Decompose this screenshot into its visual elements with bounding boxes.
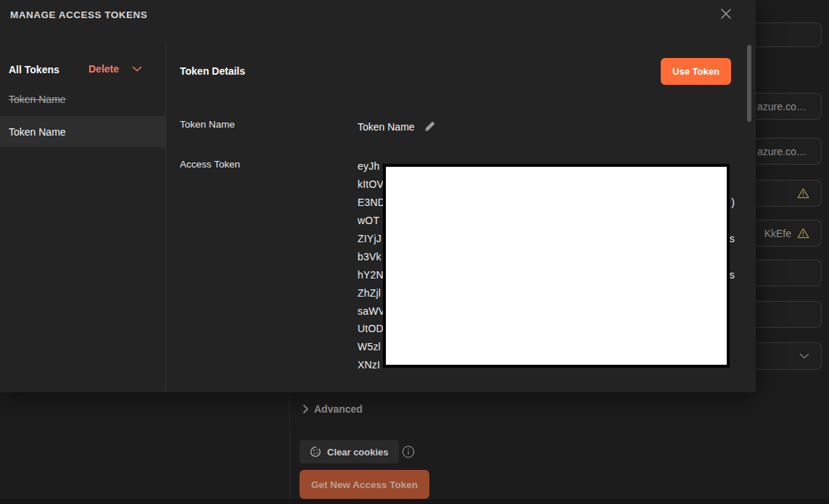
use-token-label: Use Token <box>672 66 719 77</box>
token-details-heading: Token Details <box>180 65 245 77</box>
token-name-value: Token Name <box>358 121 415 133</box>
clear-cookies-label: Clear cookies <box>327 447 389 458</box>
redaction-overlay <box>383 164 730 368</box>
all-tokens-heading: All Tokens <box>9 64 59 75</box>
chevron-right-icon <box>302 404 309 414</box>
edit-pencil-icon[interactable] <box>424 120 436 133</box>
warning-icon <box>797 188 809 199</box>
token-name-label: Token Name <box>180 119 235 130</box>
cookie-icon <box>310 446 321 458</box>
close-button[interactable] <box>717 4 735 23</box>
field-client-secret-value: KkEfe <box>764 228 791 239</box>
field-client-id[interactable] <box>756 180 822 207</box>
advanced-section-toggle[interactable]: Advanced <box>302 403 363 415</box>
use-token-button[interactable]: Use Token <box>661 58 731 85</box>
field-empty-2[interactable] <box>756 260 822 286</box>
get-new-access-token-button[interactable]: Get New Access Token <box>300 470 429 499</box>
field-dropdown[interactable] <box>756 342 822 370</box>
field-auth-url-value: azure.co… <box>757 101 807 112</box>
field-token-url[interactable]: azure.co… <box>756 138 822 165</box>
get-new-access-token-label: Get New Access Token <box>311 479 418 490</box>
clear-cookies-button[interactable]: Clear cookies <box>300 440 399 463</box>
warning-icon <box>797 228 809 239</box>
screen: azure.co… azure.co… KkEfe <box>0 0 829 504</box>
field-empty-1[interactable] <box>756 22 822 47</box>
info-icon[interactable] <box>402 445 415 458</box>
advanced-label: Advanced <box>314 403 363 415</box>
close-icon <box>720 8 732 20</box>
sidebar-item-token-deleted[interactable]: Token Name <box>9 94 66 105</box>
chevron-down-icon <box>132 66 142 72</box>
sidebar-divider <box>165 42 166 392</box>
sidebar-item-token-selected[interactable]: Token Name <box>0 116 165 147</box>
field-client-secret[interactable]: KkEfe <box>756 220 822 247</box>
token-name-value-row: Token Name <box>358 120 436 133</box>
delete-button[interactable]: Delete <box>88 63 142 75</box>
footer-bar <box>0 499 829 504</box>
panel-divider <box>289 392 290 499</box>
field-empty-3[interactable] <box>756 301 822 328</box>
delete-label: Delete <box>88 63 119 75</box>
access-token-label: Access Token <box>180 159 240 170</box>
field-token-url-value: azure.co… <box>757 146 807 157</box>
sidebar-item-label: Token Name <box>9 126 66 138</box>
modal-scrollbar[interactable] <box>747 45 751 122</box>
chevron-down-icon <box>799 353 809 359</box>
field-auth-url[interactable]: azure.co… <box>756 93 822 120</box>
modal-title: MANAGE ACCESS TOKENS <box>10 9 147 20</box>
